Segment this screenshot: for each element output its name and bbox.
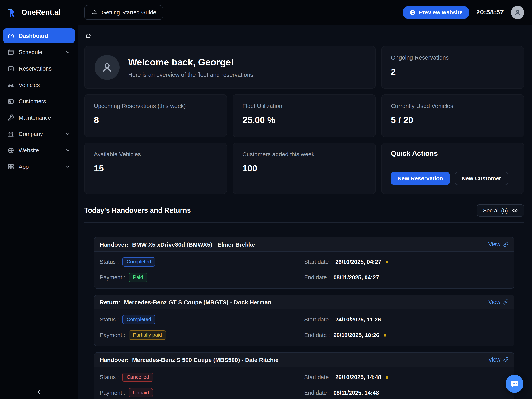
user-avatar[interactable] (511, 6, 524, 19)
handovers-title: Today's Handovers and Returns (84, 206, 191, 214)
end-date-field: End date : 08/11/2025, 14:48 (304, 388, 509, 398)
brand-name: OneRent.al (21, 8, 61, 17)
link-icon (503, 242, 509, 247)
user-icon (514, 9, 521, 16)
sidebar: Dashboard Schedule (0, 25, 78, 399)
wrench-icon (7, 114, 14, 121)
start-date-field: Start date : 24/10/2025, 11:26 (304, 315, 509, 324)
header-right: Preview website 20:58:57 (403, 6, 524, 19)
field-label: Start date : (304, 259, 332, 265)
new-reservation-button[interactable]: New Reservation (391, 172, 450, 185)
field-label: End date : (304, 390, 330, 396)
payment-field: Payment : Partially paid (100, 330, 304, 340)
view-link[interactable]: View (488, 299, 509, 305)
calendar-icon (7, 49, 14, 56)
entry-title: Mercedes-Benz S 500 Coupe (MBS500) - Dal… (132, 356, 279, 363)
car-icon (7, 81, 14, 89)
status-field: Status : Completed (100, 315, 304, 324)
home-icon[interactable] (85, 32, 92, 39)
payment-badge: Partially paid (129, 330, 166, 340)
sidebar-item-customers[interactable]: Customers (3, 94, 75, 109)
welcome-card: Welcome back, George! Here is an overvie… (84, 46, 376, 89)
view-label: View (488, 299, 500, 305)
stat-label: Currently Used Vehicles (391, 103, 514, 109)
breadcrumb (85, 31, 524, 40)
stat-customers-added: Customers added this week 100 (233, 143, 376, 194)
stat-upcoming-reservations: Upcoming Reservations (this week) 8 (84, 94, 227, 137)
sidebar-item-label: Maintenance (19, 115, 51, 121)
sidebar-item-label: Company (19, 131, 43, 137)
calendar-check-icon (7, 65, 14, 72)
clock: 20:58:57 (476, 9, 504, 16)
getting-started-button[interactable]: Getting Started Guide (84, 5, 163, 20)
grid-icon (7, 163, 14, 170)
field-label: Payment : (100, 274, 125, 281)
status-field: Status : Completed (100, 257, 304, 266)
globe-icon (409, 9, 415, 16)
sidebar-item-label: Vehicles (19, 82, 40, 88)
sidebar-item-schedule[interactable]: Schedule (3, 45, 75, 60)
sidebar-item-label: Reservations (19, 65, 52, 72)
chevron-down-icon (65, 164, 70, 169)
start-date-field: Start date : 26/10/2025, 04:27 (304, 257, 509, 266)
stat-value: 8 (94, 115, 217, 125)
view-link[interactable]: View (488, 241, 509, 247)
sidebar-item-reservations[interactable]: Reservations (3, 61, 75, 76)
sidebar-item-label: App (19, 164, 29, 170)
field-label: Status : (100, 259, 119, 265)
field-label: Start date : (304, 374, 332, 380)
user-icon (101, 61, 114, 74)
getting-started-label: Getting Started Guide (102, 9, 156, 16)
sidebar-item-maintenance[interactable]: Maintenance (3, 110, 75, 125)
field-label: Status : (100, 374, 119, 380)
sidebar-collapse-button[interactable] (0, 389, 78, 395)
welcome-avatar (95, 55, 120, 80)
see-all-button[interactable]: See all (5) (477, 204, 524, 217)
chevron-down-icon (65, 50, 70, 55)
stat-label: Fleet Utilization (242, 103, 366, 109)
top-header: OneRent.al Getting Started Guide Prev (0, 0, 532, 25)
sidebar-item-website[interactable]: Website (3, 143, 75, 158)
sidebar-item-app[interactable]: App (3, 159, 75, 174)
eye-icon (512, 207, 518, 213)
end-date-field: End date : 08/11/2025, 04:27 (304, 273, 509, 282)
entry-title: Mercedes-Benz GT S Coupe (MBGTS) - Dock … (124, 299, 272, 305)
stat-value: 2 (391, 67, 514, 77)
date-dot (385, 376, 388, 379)
field-label: Payment : (100, 390, 125, 396)
view-link[interactable]: View (488, 357, 509, 363)
brand[interactable]: OneRent.al (7, 7, 84, 18)
entry-type: Handover: (100, 241, 128, 248)
start-date-value: 26/10/2025, 14:48 (335, 374, 381, 380)
end-date-field: End date : 26/10/2025, 10:26 (304, 330, 509, 340)
sidebar-item-label: Website (19, 147, 39, 154)
payment-badge: Unpaid (129, 388, 153, 398)
new-customer-button[interactable]: New Customer (455, 172, 508, 185)
date-dot (384, 334, 386, 336)
sidebar-item-company[interactable]: Company (3, 127, 75, 142)
preview-website-button[interactable]: Preview website (403, 6, 469, 19)
chat-widget-button[interactable] (506, 375, 523, 393)
payment-badge: Paid (129, 273, 147, 282)
sidebar-item-label: Customers (19, 98, 46, 104)
view-label: View (488, 357, 500, 363)
stat-label: Upcoming Reservations (this week) (94, 103, 217, 109)
status-badge: Completed (122, 315, 155, 324)
sidebar-item-vehicles[interactable]: Vehicles (3, 77, 75, 92)
link-icon (503, 299, 509, 305)
bell-icon (91, 9, 98, 16)
field-label: Start date : (304, 316, 332, 323)
status-badge: Completed (122, 257, 155, 266)
stat-value: 15 (94, 163, 217, 174)
start-date-value: 24/10/2025, 11:26 (335, 316, 381, 323)
field-label: Payment : (100, 332, 125, 338)
sidebar-item-dashboard[interactable]: Dashboard (3, 28, 75, 43)
stat-label: Ongoing Reservations (391, 54, 514, 61)
handover-entry: Handover: BMW X5 xDrive30d (BMWX5) - Elm… (94, 237, 514, 289)
entry-title: BMW X5 xDrive30d (BMWX5) - Elmer Brekke (132, 241, 255, 248)
status-field: Status : Cancelled (100, 373, 304, 382)
quick-actions-title: Quick Actions (381, 143, 524, 164)
chevron-left-icon (36, 389, 42, 395)
link-icon (503, 357, 509, 362)
stat-label: Customers added this week (242, 151, 366, 157)
